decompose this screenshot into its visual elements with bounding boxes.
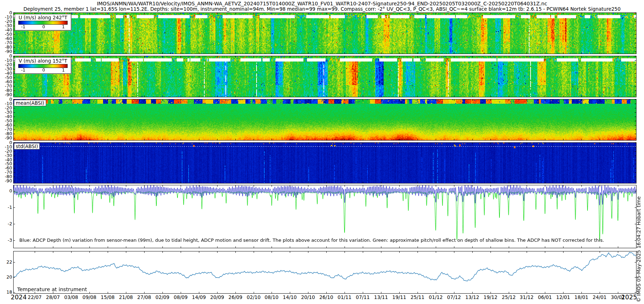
- y-tick-label: 0: [0, 188, 12, 193]
- u-velocity-heatmap: [14, 13, 636, 54]
- colorbar-tick-label: 0: [42, 25, 45, 29]
- v-colorbar-legend: V (m/s) along 152°T -101: [15, 57, 71, 74]
- temperature-label: Temperature at instrument: [17, 286, 87, 292]
- colorbar-tick-label: -1: [21, 68, 25, 73]
- panel-mean-absi: mean(ABSI): [13, 99, 636, 141]
- panel-depth-variation: Blue: ADCP Depth (m) variation from sens…: [13, 185, 636, 248]
- y-tick-label: -1: [0, 205, 12, 210]
- x-tick-label: 30/01: [607, 294, 629, 300]
- copyright-watermark: © IMOS 05-May-2025 16:04:27 Hobart time: [636, 196, 641, 302]
- figure-title-line1: IMOS/ANMN/WA/WATR10/Velocity/IMOS_ANMN-W…: [0, 1, 644, 6]
- v-colorbar-ticks: -101: [16, 68, 70, 73]
- y-tick-label: -2: [0, 221, 12, 226]
- colorbar-tick-label: -1: [21, 25, 25, 29]
- v-velocity-heatmap: [14, 56, 636, 97]
- y-tick-label: -3: [0, 238, 12, 243]
- u-colorbar-legend: U (m/s) along 242°T -101: [15, 14, 71, 30]
- adcp-figure: IMOS/ANMN/WA/WATR10/Velocity/IMOS_ANMN-W…: [0, 0, 644, 304]
- colorbar-tick-label: 0: [42, 68, 45, 73]
- u-colorbar-ticks: -101: [16, 25, 70, 29]
- mean-absi-label: mean(ABSI): [14, 100, 46, 106]
- std-absi-label: std(ABSI): [14, 143, 40, 149]
- colorbar-tick-label: 1: [62, 68, 65, 73]
- y-tick-label: 18: [0, 290, 12, 295]
- y-tick-label: 20: [0, 275, 12, 280]
- panel-std-absi: std(ABSI): [13, 142, 636, 183]
- figure-title-line2: Deployment 25, member 1 lat=31.65S lon=1…: [0, 6, 644, 12]
- mean-absi-heatmap: [14, 99, 636, 140]
- depth-annotation: Blue: ADCP Depth (m) variation from sens…: [19, 237, 604, 243]
- v-legend-title: V (m/s) along 152°T: [16, 58, 70, 64]
- panel-u-velocity: U (m/s) along 242°T -101: [13, 13, 636, 54]
- temperature-line: [14, 251, 636, 293]
- colorbar-tick-label: 1: [62, 25, 65, 29]
- panel-temperature: Temperature at instrument: [13, 251, 636, 294]
- panel-v-velocity: V (m/s) along 152°T -101: [13, 56, 636, 97]
- u-legend-title: U (m/s) along 242°T: [16, 15, 70, 20]
- y-tick-label: 22: [0, 260, 12, 265]
- y-tick-label: -90: [0, 178, 12, 183]
- std-absi-heatmap: [14, 143, 636, 183]
